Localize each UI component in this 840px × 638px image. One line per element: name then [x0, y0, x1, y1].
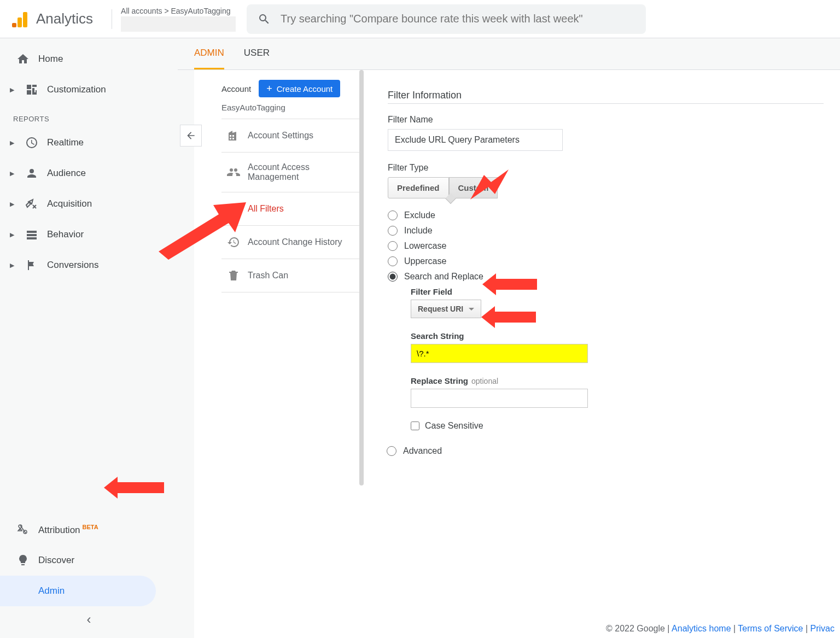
radio-advanced[interactable]: Advanced: [387, 446, 824, 456]
nav-acquisition[interactable]: ▶ Acquisition: [0, 189, 178, 219]
nav-admin[interactable]: Admin: [0, 576, 156, 606]
chevron-right-icon: ▶: [10, 231, 16, 238]
search-input[interactable]: [281, 13, 635, 25]
gear-icon: [16, 584, 30, 598]
chevron-right-icon: ▶: [10, 86, 16, 93]
search-icon: [258, 13, 271, 26]
radio-include[interactable]: Include: [388, 226, 824, 236]
nav-attribution[interactable]: AttributionBETA: [0, 514, 178, 545]
replace-string-label: Replace Stringoptional: [411, 376, 824, 385]
radio-lowercase[interactable]: Lowercase: [388, 241, 824, 251]
arrow-left-icon: [185, 130, 196, 141]
chevron-right-icon: ▶: [10, 139, 16, 147]
filter-type-predefined[interactable]: Predefined: [388, 177, 449, 198]
tab-user[interactable]: USER: [244, 38, 270, 69]
radio-exclude[interactable]: Exclude: [388, 210, 824, 220]
terms-link[interactable]: Terms of Service: [738, 624, 803, 633]
chevron-right-icon: ▶: [10, 170, 16, 177]
item-label: Account Settings: [248, 131, 313, 141]
chevron-right-icon: ▶: [10, 262, 16, 269]
nav-label: Discover: [38, 555, 74, 566]
nav-home[interactable]: Home: [0, 44, 178, 74]
filter-field-block: Filter Field Request URI: [411, 287, 824, 318]
selected-account-name[interactable]: EasyAutoTagging: [221, 103, 364, 112]
account-settings-item[interactable]: Account Settings: [221, 119, 364, 153]
radio-search-replace[interactable]: Search and Replace: [388, 272, 824, 282]
filter-form: Filter Information Filter Name Filter Ty…: [364, 70, 840, 638]
logo[interactable]: Analytics: [11, 10, 93, 28]
item-label: Account Change History: [248, 237, 342, 247]
clock-icon: [25, 136, 38, 149]
copyright: © 2022 Google |: [606, 624, 672, 633]
analytics-home-link[interactable]: Analytics home: [672, 624, 731, 633]
back-button[interactable]: [180, 125, 202, 147]
radio-input[interactable]: [388, 210, 398, 220]
chevron-right-icon: ▶: [10, 201, 16, 208]
nav-label: Behavior: [47, 229, 84, 240]
checkbox-label: Case Sensitive: [425, 421, 483, 431]
create-account-button[interactable]: + Create Account: [259, 80, 340, 97]
change-history-item[interactable]: Account Change History: [221, 226, 364, 259]
privacy-link[interactable]: Privac: [810, 624, 835, 633]
collapse-sidebar-button[interactable]: ‹: [0, 606, 178, 633]
plus-icon: +: [266, 84, 272, 93]
account-selector[interactable]: All accounts > EasyAutoTagging: [121, 7, 247, 32]
checkbox-input[interactable]: [411, 422, 419, 430]
item-label: Trash Can: [248, 271, 288, 280]
nav-label: Audience: [47, 168, 86, 179]
redacted-property-name: [121, 16, 236, 32]
dropdown-value: Request URI: [418, 305, 463, 313]
left-sidebar: Home ▶ Customization REPORTS ▶ Realtime …: [0, 38, 178, 638]
radio-label: Search and Replace: [404, 272, 483, 282]
radio-uppercase[interactable]: Uppercase: [388, 256, 824, 266]
radio-label: Include: [404, 226, 433, 236]
reports-heading: REPORTS: [0, 105, 178, 127]
case-sensitive-checkbox[interactable]: Case Sensitive: [411, 421, 824, 431]
radio-input[interactable]: [388, 241, 398, 251]
filter-name-input[interactable]: [388, 129, 563, 151]
nav-realtime[interactable]: ▶ Realtime: [0, 127, 178, 158]
filter-type-toggle: Predefined Custom: [388, 177, 824, 198]
filter-icon: [227, 202, 240, 215]
radio-label: Advanced: [403, 446, 442, 456]
radio-input[interactable]: [387, 446, 396, 456]
history-icon: [227, 236, 240, 249]
radio-input[interactable]: [388, 256, 398, 266]
tab-admin[interactable]: ADMIN: [194, 38, 224, 69]
search-string-input[interactable]: [411, 344, 588, 363]
customization-icon: [25, 83, 38, 96]
search-string-label: Search String: [411, 331, 824, 341]
analytics-logo-icon: [11, 10, 30, 28]
scrollbar[interactable]: [359, 70, 364, 485]
nav-conversions[interactable]: ▶ Conversions: [0, 250, 178, 280]
footer: © 2022 Google | Analytics home | Terms o…: [606, 619, 835, 638]
nav-customization[interactable]: ▶ Customization: [0, 74, 178, 105]
all-filters-item[interactable]: All Filters: [221, 192, 364, 226]
replace-string-input[interactable]: [411, 389, 588, 408]
search-string-block: Search String: [411, 331, 824, 363]
admin-tabs: ADMIN USER: [178, 38, 840, 70]
account-access-item[interactable]: Account Access Management: [221, 153, 364, 192]
nav-discover[interactable]: Discover: [0, 545, 178, 576]
divider: [112, 9, 112, 29]
custom-filter-radio-group: Exclude Include Lowercase Uppercase Sear…: [388, 210, 824, 456]
search-bar[interactable]: [247, 4, 646, 34]
flag-icon: [25, 259, 38, 272]
person-icon: [25, 167, 38, 180]
filter-type-custom[interactable]: Custom: [449, 177, 498, 198]
lightbulb-icon: [16, 554, 30, 567]
logo-text: Analytics: [36, 10, 93, 27]
optional-hint: optional: [471, 377, 498, 385]
filter-field-dropdown[interactable]: Request URI: [411, 300, 481, 318]
caret-down-icon: [469, 308, 474, 311]
radio-input[interactable]: [388, 272, 398, 282]
nav-label: Realtime: [47, 137, 84, 148]
beta-badge: BETA: [83, 524, 98, 530]
nav-audience[interactable]: ▶ Audience: [0, 158, 178, 189]
radio-input[interactable]: [388, 226, 398, 236]
trash-can-item[interactable]: Trash Can: [221, 259, 364, 292]
nav-behavior[interactable]: ▶ Behavior: [0, 219, 178, 250]
trash-icon: [227, 269, 240, 282]
account-label: Account: [221, 84, 251, 93]
filter-type-label: Filter Type: [388, 163, 824, 173]
